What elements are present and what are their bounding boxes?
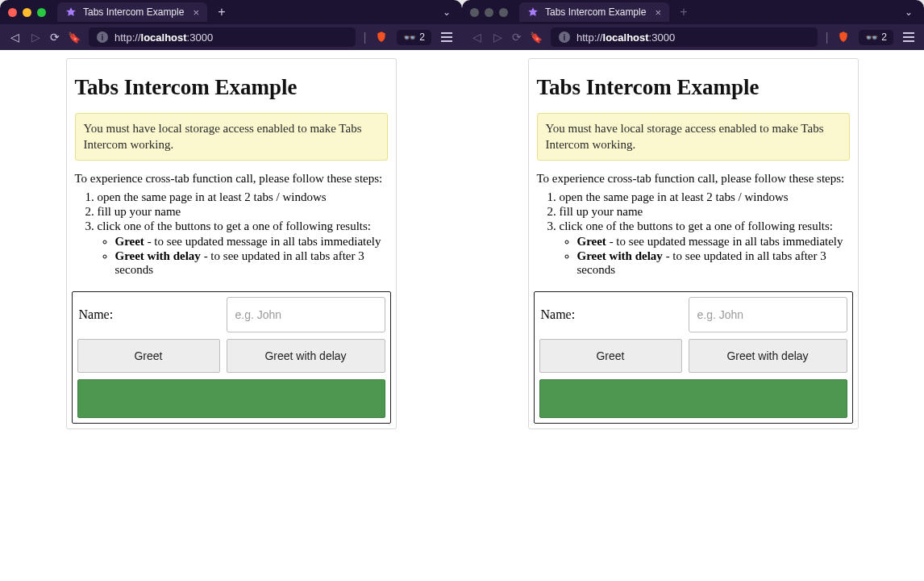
name-input[interactable]: [227, 297, 385, 332]
tabs-dropdown-icon[interactable]: ⌄: [905, 6, 913, 18]
warning-banner: You must have local storage access enabl…: [75, 113, 388, 161]
page-title: Tabs Intercom Example: [75, 75, 388, 100]
minimize-window-icon[interactable]: [485, 8, 493, 17]
page-card: Tabs Intercom Example You must have loca…: [66, 58, 397, 429]
tracker-count-badge[interactable]: 👓 2: [859, 30, 893, 45]
forward-button: ▷: [491, 31, 504, 44]
address-bar[interactable]: i http://localhost:3000: [551, 27, 818, 47]
name-label: Name:: [77, 307, 220, 322]
substeps-list: Greet - to see updated message in all ta…: [577, 235, 850, 277]
reload-button[interactable]: ⟳: [512, 31, 522, 44]
greet-button[interactable]: Greet: [539, 339, 682, 373]
titlebar: Tabs Intercom Example × + ⌄: [462, 0, 924, 24]
page-viewport: Tabs Intercom Example You must have loca…: [0, 50, 462, 581]
name-input[interactable]: [689, 297, 847, 332]
divider: |: [826, 31, 829, 44]
steps-list: open the same page in at least 2 tabs / …: [553, 190, 850, 277]
page-viewport: Tabs Intercom Example You must have loca…: [462, 50, 924, 581]
tab-title: Tabs Intercom Example: [83, 6, 184, 18]
new-tab-button[interactable]: +: [214, 5, 230, 19]
substep-item: Greet - to see updated message in all ta…: [115, 235, 388, 249]
brave-shield-icon[interactable]: [374, 30, 389, 44]
step-item: open the same page in at least 2 tabs / …: [98, 190, 388, 204]
bookmark-icon[interactable]: 🔖: [68, 31, 81, 44]
substep-item: Greet - to see updated message in all ta…: [577, 235, 850, 249]
substeps-list: Greet - to see updated message in all ta…: [115, 235, 388, 277]
tracker-count: 2: [419, 31, 425, 43]
page-card: Tabs Intercom Example You must have loca…: [528, 58, 859, 429]
back-button[interactable]: ◁: [8, 31, 21, 44]
minimize-window-icon[interactable]: [23, 8, 31, 17]
favicon-icon: [527, 6, 539, 18]
step-item: click one of the buttons to get a one of…: [560, 219, 850, 277]
greet-form: Name: Greet Greet with delay: [534, 291, 853, 424]
maximize-window-icon[interactable]: [499, 8, 508, 17]
name-label: Name:: [539, 307, 682, 322]
divider: |: [364, 31, 367, 44]
greet-with-delay-button[interactable]: Greet with delay: [227, 339, 385, 373]
site-info-icon[interactable]: i: [559, 31, 570, 43]
step-item: fill up your name: [560, 205, 850, 219]
steps-list: open the same page in at least 2 tabs / …: [91, 190, 388, 277]
greet-with-delay-button[interactable]: Greet with delay: [689, 339, 847, 373]
url-text: http://localhost:3000: [576, 31, 675, 44]
brave-shield-icon[interactable]: [836, 30, 851, 44]
tab-title: Tabs Intercom Example: [545, 6, 646, 18]
substep-item: Greet with delay - to see updated in all…: [115, 249, 388, 277]
glasses-icon: 👓: [403, 31, 414, 44]
reload-button[interactable]: ⟳: [50, 31, 60, 44]
result-panel: [539, 379, 847, 418]
titlebar: Tabs Intercom Example × + ⌄: [0, 0, 462, 24]
menu-button[interactable]: [901, 30, 916, 44]
close-window-icon[interactable]: [8, 8, 17, 17]
url-text: http://localhost:3000: [114, 31, 213, 44]
greet-form: Name: Greet Greet with delay: [72, 291, 391, 424]
site-info-icon[interactable]: i: [97, 31, 108, 43]
glasses-icon: 👓: [865, 31, 876, 44]
menu-button[interactable]: [439, 30, 454, 44]
tracker-count: 2: [881, 31, 887, 43]
favicon-icon: [65, 6, 77, 18]
close-window-icon[interactable]: [470, 8, 479, 17]
tabs-dropdown-icon[interactable]: ⌄: [443, 6, 451, 18]
address-bar[interactable]: i http://localhost:3000: [89, 27, 356, 47]
greet-button[interactable]: Greet: [77, 339, 220, 373]
step-item: fill up your name: [98, 205, 388, 219]
window-controls: [8, 8, 46, 17]
step-item: click one of the buttons to get a one of…: [98, 219, 388, 277]
browser-window-left: Tabs Intercom Example × + ⌄ ◁ ▷ ⟳ 🔖 i ht…: [0, 0, 462, 581]
browser-window-right: Tabs Intercom Example × + ⌄ ◁ ▷ ⟳ 🔖 i ht…: [462, 0, 924, 581]
substep-item: Greet with delay - to see updated in all…: [577, 249, 850, 277]
warning-banner: You must have local storage access enabl…: [537, 113, 850, 161]
close-tab-icon[interactable]: ×: [193, 6, 199, 19]
maximize-window-icon[interactable]: [37, 8, 46, 17]
tracker-count-badge[interactable]: 👓 2: [397, 30, 431, 45]
forward-button: ▷: [29, 31, 42, 44]
browser-tab[interactable]: Tabs Intercom Example ×: [519, 2, 669, 22]
bookmark-icon[interactable]: 🔖: [530, 31, 543, 44]
window-controls: [470, 8, 508, 17]
close-tab-icon[interactable]: ×: [655, 6, 661, 19]
intro-text: To experience cross-tab function call, p…: [75, 172, 388, 186]
result-panel: [77, 379, 385, 418]
page-title: Tabs Intercom Example: [537, 75, 850, 100]
toolbar: ◁ ▷ ⟳ 🔖 i http://localhost:3000 | 👓 2: [462, 24, 924, 50]
new-tab-button[interactable]: +: [676, 5, 692, 19]
browser-tab[interactable]: Tabs Intercom Example ×: [57, 2, 207, 22]
step-item: open the same page in at least 2 tabs / …: [560, 190, 850, 204]
intro-text: To experience cross-tab function call, p…: [537, 172, 850, 186]
toolbar: ◁ ▷ ⟳ 🔖 i http://localhost:3000 | 👓 2: [0, 24, 462, 50]
back-button: ◁: [470, 31, 483, 44]
